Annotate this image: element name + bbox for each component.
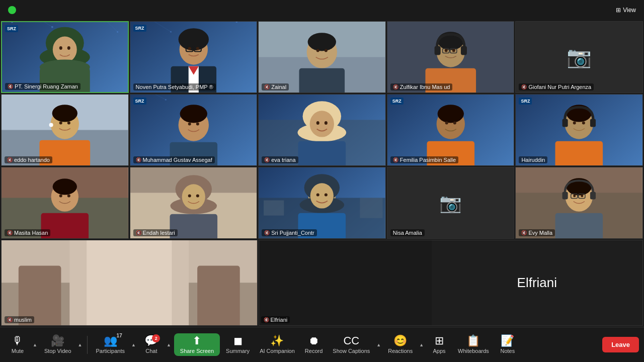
apps-icon: ⊞ [435, 335, 444, 346]
chat-btn-group[interactable]: 💬 2 Chat ▲ [139, 333, 172, 356]
companion-label: AI Companion [260, 348, 295, 354]
video-feed [259, 22, 385, 93]
video-feed [516, 95, 642, 165]
mic-muted-icon: 🔇 [136, 157, 141, 162]
video-chevron[interactable]: ▲ [76, 342, 84, 347]
participant-name: 🔇 Sri Pujjanti_Contr [262, 229, 317, 236]
video-cell-giofani[interactable]: 📷 🔇 Giofani Nur Putri Argenza [515, 21, 643, 93]
participants-chevron[interactable]: ▲ [129, 342, 137, 347]
share-screen-button[interactable]: ⬆ Share Screen [174, 333, 220, 356]
apps-btn-group[interactable]: ⊞ Apps [427, 333, 452, 356]
captions-chevron[interactable]: ▲ [374, 342, 382, 347]
video-chevron-icon: ▲ [78, 342, 83, 347]
mute-btn-group[interactable]: 🎙 Mute ▲ [5, 333, 38, 356]
video-cell-hairuddin[interactable]: SRZ Hairuddin [515, 94, 643, 166]
reactions-btn-group[interactable]: 😊 Reactions ▲ [384, 333, 425, 356]
video-feed [130, 167, 257, 238]
leave-button[interactable]: Leave [602, 337, 639, 352]
svg-point-80 [445, 121, 448, 124]
whiteboards-button[interactable]: 📋 Whiteboards [454, 333, 493, 356]
elfriani-camera-feed [259, 240, 432, 325]
elfriani-name-badge: 🔇 Elfriani [261, 316, 290, 323]
participants-btn-group[interactable]: 👥 17 Participants ▲ [92, 333, 136, 356]
participant-name: 🔇 Endah lestari [133, 229, 178, 236]
grid-icon: ⊞ [616, 7, 621, 14]
name-text: Nisa Amalia [393, 230, 422, 236]
notes-icon: 📝 [501, 335, 514, 346]
video-cell-endah[interactable]: 🔇 Endah lestari [130, 167, 258, 239]
svg-point-64 [180, 105, 207, 123]
video-cell-eddo[interactable]: 🔇 eddo hartando [1, 94, 129, 166]
svg-point-75 [325, 121, 328, 125]
record-button[interactable]: ⏺ Record [301, 333, 327, 356]
participant-name: 🔇 eva triana [262, 156, 298, 163]
ai-companion-button[interactable]: ✨ AI Companion [256, 333, 299, 356]
toolbar-left-group: 🎙 Mute ▲ 🎥 Stop Video ▲ [5, 333, 520, 356]
video-cell-eva[interactable]: 🔇 eva triana [258, 94, 386, 166]
svg-rect-137 [259, 240, 432, 325]
captions-btn-group[interactable]: CC Show Captions ▲ [329, 333, 382, 356]
svg-point-104 [188, 195, 191, 198]
participants-icon-wrap: 👥 17 [104, 335, 117, 346]
mic-muted-icon: 🔇 [264, 84, 270, 89]
name-text: Muhammad Gustav Assegaf [143, 157, 212, 163]
video-cell-femilia[interactable]: SRZ 🔇 Femilia Pasimbin Salle [387, 94, 515, 166]
video-cell-sri[interactable]: 🔇 Sri Pujjanti_Contr [258, 167, 386, 239]
chat-chevron[interactable]: ▲ [165, 342, 172, 347]
video-cell-zulfikar[interactable]: 🔇 Zulfikar Ibnu Mas ud [387, 21, 515, 93]
svg-rect-90 [555, 141, 603, 165]
svg-point-49 [452, 49, 455, 52]
camera-off-icon: 📷 [567, 45, 592, 69]
stop-video-button[interactable]: 🎥 Stop Video [40, 333, 75, 356]
svg-rect-87 [590, 119, 596, 127]
video-feed [130, 22, 257, 93]
video-cell-elfriani[interactable]: 🔇 Elfriani Elfriani [259, 240, 643, 326]
video-cell-zainal[interactable]: 🔇 Zainal [258, 21, 386, 93]
video-cell-nisa[interactable]: 📷 Nisa Amalia [387, 167, 515, 239]
reactions-chevron[interactable]: ▲ [417, 342, 425, 347]
video-cell-gustav[interactable]: SRZ 🔇 Muhammad Gustav Assegaf [130, 94, 258, 166]
video-feed [516, 167, 642, 238]
mute-icon-wrap: 🎙 [12, 335, 23, 346]
summary-button[interactable]: ◼ Summary [222, 333, 254, 356]
mic-muted-icon: 🔇 [521, 84, 527, 89]
video-cell-muslim[interactable]: 🔇 muslim [1, 240, 258, 326]
svg-point-65 [188, 122, 191, 125]
top-bar-right[interactable]: ⊞ View [616, 7, 636, 14]
mute-label: Mute [12, 348, 24, 354]
name-text: Giofani Nur Putri Argenza [528, 84, 591, 90]
video-cell-evy[interactable]: 🔇 Evy Malla [515, 167, 643, 239]
mic-muted-icon: 🔇 [7, 230, 13, 235]
video-cell-masita[interactable]: 🔇 Masita Hasan [1, 167, 129, 239]
svg-rect-129 [555, 213, 603, 238]
video-cell-noven[interactable]: SRZ Noven Putra Setyabudi, PMP ® [130, 21, 258, 93]
stop-video-btn-group[interactable]: 🎥 Stop Video ▲ [40, 333, 84, 356]
share-screen-label: Share Screen [180, 348, 214, 354]
chat-button[interactable]: 💬 2 Chat [139, 333, 164, 356]
reactions-button[interactable]: 😊 Reactions [384, 333, 417, 356]
participants-button[interactable]: 👥 17 Participants [92, 333, 128, 356]
captions-button[interactable]: CC Show Captions [329, 333, 374, 356]
participant-name: Noven Putra Setyabudi, PMP ® [133, 83, 216, 90]
name-text: Elfriani [271, 317, 288, 323]
top-bar-left [8, 6, 16, 14]
svg-rect-43 [434, 46, 440, 55]
svg-point-114 [310, 183, 334, 208]
svg-point-28 [196, 47, 199, 50]
notes-button[interactable]: 📝 Notes [495, 333, 520, 356]
mute-chevron[interactable]: ▲ [31, 342, 38, 347]
svg-point-96 [67, 195, 70, 198]
svg-rect-44 [461, 46, 467, 55]
name-text: eva triana [271, 157, 295, 163]
video-feed [2, 22, 128, 92]
view-button[interactable]: ⊞ View [616, 7, 636, 14]
svg-point-56 [59, 121, 62, 124]
video-cell-pt-sinergi[interactable]: SRZ 🔇 PT. Sinergi Ruang Zaman [1, 21, 129, 93]
apps-button[interactable]: ⊞ Apps [427, 333, 452, 356]
record-icon: ⏺ [308, 335, 319, 346]
mute-button[interactable]: 🎙 Mute [5, 333, 30, 356]
record-label: Record [305, 348, 323, 354]
chat-icon-wrap: 💬 2 [144, 335, 158, 346]
name-text: Noven Putra Setyabudi, PMP ® [136, 84, 213, 90]
camera-off-icon: 📷 [439, 193, 462, 214]
